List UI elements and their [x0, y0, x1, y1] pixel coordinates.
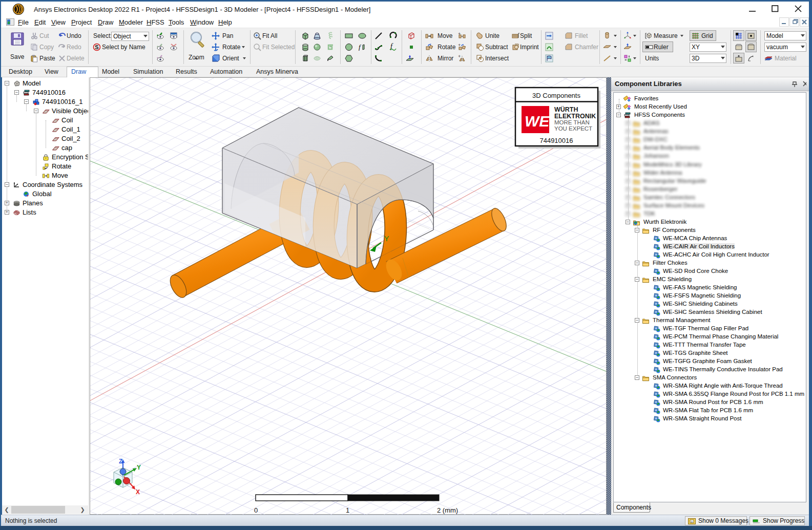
- svg-text:MORE THAN: MORE THAN: [554, 119, 590, 125]
- svg-text:744910016: 744910016: [539, 137, 573, 144]
- svg-text:Y: Y: [137, 464, 141, 471]
- svg-text:WÜRTH: WÜRTH: [554, 105, 578, 113]
- svg-text:f: f: [359, 43, 362, 51]
- svg-text:3D Components: 3D Components: [532, 92, 580, 99]
- svg-text:+: +: [458, 54, 461, 59]
- svg-text:WE: WE: [525, 113, 550, 130]
- svg-text:Y: Y: [384, 235, 389, 243]
- svg-text:0: 0: [254, 506, 258, 514]
- svg-text:S: S: [95, 44, 98, 50]
- svg-text:X: X: [136, 489, 140, 496]
- svg-text:Z: Z: [119, 458, 122, 465]
- svg-text:1: 1: [346, 506, 349, 514]
- svg-text:2 (mm): 2 (mm): [437, 506, 458, 514]
- svg-text:YOU EXPECT: YOU EXPECT: [554, 125, 592, 132]
- svg-text:ELEKTRONIK: ELEKTRONIK: [554, 113, 596, 120]
